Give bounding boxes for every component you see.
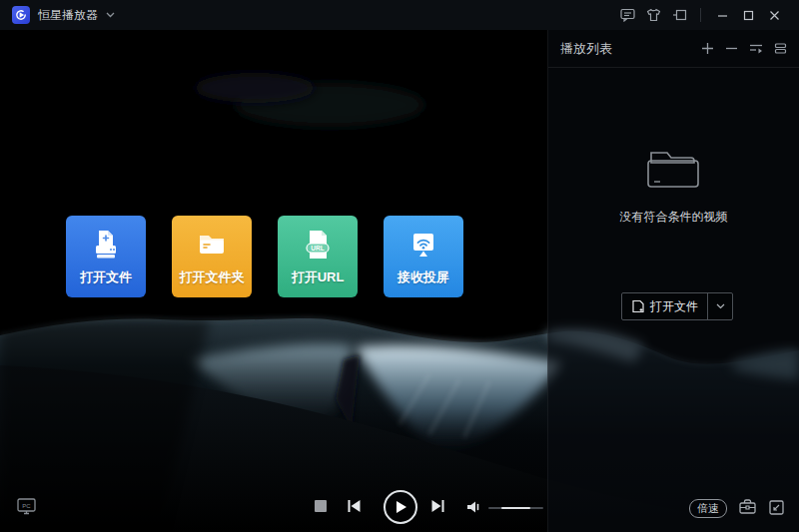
app-logo-icon[interactable] bbox=[12, 6, 30, 24]
titlebar: 恒星播放器 bbox=[0, 0, 799, 30]
minimize-icon bbox=[717, 10, 728, 21]
previous-icon bbox=[346, 498, 363, 514]
add-icon bbox=[701, 42, 714, 55]
volume-slider-fill bbox=[501, 507, 530, 509]
speed-label: 倍速 bbox=[697, 501, 719, 516]
file-add-icon bbox=[631, 299, 644, 313]
fullscreen-icon bbox=[768, 499, 785, 516]
playlist-empty-text: 没有符合条件的视频 bbox=[548, 209, 799, 226]
launcher-label: 打开文件 bbox=[80, 268, 132, 286]
playlist-title: 播放列表 bbox=[560, 40, 701, 58]
close-icon bbox=[769, 10, 780, 21]
maximize-button[interactable] bbox=[735, 0, 761, 30]
feedback-button[interactable] bbox=[614, 0, 640, 30]
toolbox-icon bbox=[738, 498, 757, 515]
playlist-header: 播放列表 bbox=[548, 30, 799, 68]
panel-layout-icon bbox=[774, 42, 787, 55]
close-button[interactable] bbox=[761, 0, 787, 30]
volume-button[interactable] bbox=[465, 499, 482, 515]
playlist-remove-button[interactable] bbox=[725, 42, 738, 55]
receive-cast-button[interactable]: 接收投屏 bbox=[384, 216, 463, 297]
maximize-icon bbox=[743, 10, 754, 21]
speed-button[interactable]: 倍速 bbox=[689, 499, 727, 518]
folder-open-icon bbox=[194, 227, 230, 263]
app-window: 恒星播放器 bbox=[0, 0, 799, 532]
launcher-label: 打开文件夹 bbox=[180, 268, 245, 286]
open-file-button[interactable]: 打开文件 bbox=[66, 216, 146, 297]
playlist-open-file-label: 打开文件 bbox=[650, 298, 698, 315]
play-order-icon bbox=[749, 42, 763, 55]
svg-text:PC: PC bbox=[22, 503, 31, 509]
skin-icon bbox=[646, 8, 661, 22]
file-open-icon bbox=[88, 227, 124, 263]
volume-icon bbox=[465, 499, 482, 515]
remove-icon bbox=[725, 42, 738, 55]
chevron-down-icon bbox=[716, 303, 725, 309]
playlist-layout-button[interactable] bbox=[774, 42, 787, 55]
pin-icon bbox=[672, 8, 687, 22]
playlist-empty-state: 没有符合条件的视频 bbox=[548, 145, 799, 226]
launcher-buttons: 打开文件 打开文件夹 URL 打开URL bbox=[66, 216, 463, 297]
feedback-icon bbox=[620, 8, 635, 22]
pin-button[interactable] bbox=[666, 0, 692, 30]
playlist-open-file-dropdown[interactable] bbox=[708, 293, 732, 319]
playlist-add-button[interactable] bbox=[701, 42, 714, 55]
minimize-button[interactable] bbox=[709, 0, 735, 30]
titlebar-tools bbox=[614, 0, 787, 30]
pc-cast-button[interactable]: PC bbox=[16, 496, 37, 516]
play-icon bbox=[395, 500, 407, 514]
app-title[interactable]: 恒星播放器 bbox=[38, 7, 98, 24]
playlist-open-file-splitbutton: 打开文件 bbox=[621, 292, 733, 320]
previous-button[interactable] bbox=[346, 498, 363, 514]
folder-empty-icon bbox=[643, 145, 705, 193]
titlebar-divider bbox=[700, 8, 701, 22]
titlebar-left: 恒星播放器 bbox=[12, 6, 115, 24]
playlist-panel: 播放列表 bbox=[547, 30, 799, 532]
open-url-button[interactable]: URL 打开URL bbox=[278, 216, 358, 297]
toolbox-button[interactable] bbox=[738, 498, 757, 515]
skin-button[interactable] bbox=[640, 0, 666, 30]
playlist-tools bbox=[701, 42, 787, 55]
pc-cast-icon: PC bbox=[16, 496, 37, 516]
launcher-label: 接收投屏 bbox=[398, 268, 449, 286]
chevron-down-icon[interactable] bbox=[106, 12, 115, 18]
url-document-icon: URL bbox=[300, 227, 336, 263]
screen-cast-icon bbox=[405, 227, 441, 263]
playlist-open-file-button[interactable]: 打开文件 bbox=[622, 293, 707, 319]
stop-button[interactable] bbox=[315, 500, 327, 512]
svg-text:URL: URL bbox=[311, 245, 324, 252]
launcher-label: 打开URL bbox=[292, 268, 345, 286]
play-button[interactable] bbox=[384, 490, 417, 524]
next-button[interactable] bbox=[429, 498, 446, 514]
open-folder-button[interactable]: 打开文件夹 bbox=[172, 216, 252, 297]
playlist-play-order-button[interactable] bbox=[749, 42, 763, 55]
volume-slider[interactable] bbox=[488, 507, 543, 509]
fullscreen-button[interactable] bbox=[768, 499, 785, 516]
next-icon bbox=[429, 498, 446, 514]
